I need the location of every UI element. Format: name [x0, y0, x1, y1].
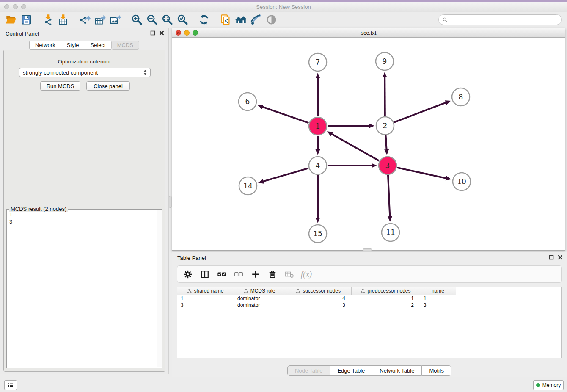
tab-node-table[interactable]: Node Table [287, 365, 330, 376]
export-network-button[interactable] [77, 13, 92, 27]
cell-predecessor-nodes[interactable]: 1 [352, 295, 420, 302]
toolbar-separator [74, 13, 74, 27]
import-table-icon [58, 14, 69, 25]
open-session-icon [6, 14, 17, 25]
edge-2-9[interactable] [385, 77, 385, 116]
tab-style[interactable]: Style [61, 41, 85, 50]
node-table[interactable]: shared nameMCDS rolesuccessor nodesprede… [177, 287, 562, 358]
cell-name[interactable]: 3 [420, 302, 456, 309]
cell-successor-nodes[interactable]: 4 [285, 295, 352, 302]
edge-4-14[interactable] [263, 168, 308, 182]
column-header-successor-nodes[interactable]: successor nodes [285, 287, 352, 295]
search-box[interactable] [438, 14, 562, 25]
result-scrollbar[interactable] [157, 210, 162, 367]
unselect-all-columns-button[interactable] [233, 269, 244, 280]
zoom-out-button[interactable] [144, 13, 160, 27]
export-table-button[interactable] [92, 13, 107, 27]
column-header-shared-name[interactable]: shared name [177, 287, 234, 295]
edge-arrowhead [384, 149, 389, 155]
edge-1-2[interactable] [328, 126, 370, 126]
import-network-icon [42, 14, 54, 25]
delete-columns-icon [268, 270, 277, 279]
run-mcds-button[interactable]: Run MCDS [40, 81, 80, 91]
memory-label: Memory [542, 382, 561, 388]
cell-shared-name[interactable]: 1 [177, 295, 234, 302]
import-network-button[interactable] [40, 13, 55, 27]
cybrowser-home-icon [235, 14, 247, 25]
table-panel-title: Table Panel [177, 255, 206, 261]
network-canvas[interactable]: 7968124314101511 [172, 38, 565, 250]
mcds-result-node: 1 [9, 211, 157, 218]
column-header-name[interactable]: name [420, 287, 456, 295]
tab-edge-table[interactable]: Edge Table [330, 365, 372, 376]
network-window-titlebar[interactable]: ✕ − + scc.txt [172, 28, 565, 38]
export-table-icon [94, 14, 106, 25]
zoom-fit-button[interactable] [160, 13, 175, 27]
import-table-button[interactable] [55, 13, 71, 27]
tab-network[interactable]: Network [29, 41, 61, 50]
status-bar: Memory [0, 377, 567, 392]
edge-arrowhead [369, 124, 374, 128]
edge-3-10[interactable] [397, 168, 446, 178]
column-tree-icon [187, 289, 192, 293]
column-header-predecessor-nodes[interactable]: predecessor nodes [352, 287, 420, 295]
cell-MCDS-role[interactable]: dominator [234, 295, 285, 302]
delete-table-icon [285, 270, 294, 279]
control-panel-tabs: NetworkStyleSelectMCDS [0, 41, 168, 50]
open-session-button[interactable] [3, 13, 19, 27]
network-window-title: scc.txt [172, 30, 565, 36]
cell-MCDS-role[interactable]: dominator [234, 302, 285, 309]
float-panel-icon[interactable] [150, 30, 155, 36]
column-header-MCDS-role[interactable]: MCDS role [234, 287, 285, 295]
add-column-button[interactable] [250, 269, 261, 280]
cell-predecessor-nodes[interactable]: 2 [352, 302, 420, 309]
tab-network-table[interactable]: Network Table [372, 365, 421, 376]
table-options-button[interactable] [182, 269, 193, 280]
cybrowser-home-button[interactable] [233, 13, 248, 27]
zoom-selected-button[interactable] [175, 13, 190, 27]
table-panel-tabs: Node TableEdge TableNetwork TableMotifs [172, 365, 567, 376]
apply-style-button[interactable] [248, 13, 264, 27]
refresh-layout-button[interactable] [196, 13, 212, 27]
search-icon [442, 17, 448, 23]
select-all-columns-button[interactable] [216, 269, 227, 280]
zoom-in-button[interactable] [129, 13, 144, 27]
edge-arrowhead [316, 218, 320, 223]
export-image-button[interactable] [107, 13, 123, 27]
new-network-from-selection-button[interactable] [218, 13, 233, 27]
tab-motifs[interactable]: Motifs [421, 365, 451, 376]
edge-2-8[interactable] [394, 102, 447, 122]
vertical-splitter-handle[interactable] [169, 196, 172, 208]
table-row[interactable]: 1dominator411 [177, 295, 456, 302]
edge-1-6[interactable] [262, 107, 308, 123]
close-panel-icon[interactable] [159, 30, 164, 36]
task-history-button[interactable] [4, 380, 17, 390]
tab-select[interactable]: Select [85, 41, 111, 50]
delete-columns-button[interactable] [267, 269, 278, 280]
function-builder-button: f(x) [301, 269, 312, 280]
show-hide-panel-button[interactable] [264, 13, 279, 27]
mcds-result-node: 3 [9, 218, 157, 225]
table-options-icon [183, 270, 193, 279]
horizontal-splitter-handle[interactable] [363, 248, 372, 251]
tab-mcds[interactable]: MCDS [111, 41, 139, 50]
save-session-button[interactable] [19, 13, 34, 27]
cell-successor-nodes[interactable]: 3 [285, 302, 352, 309]
toolbar-separator [126, 13, 126, 27]
network-view-window: ✕ − + scc.txt 7968124314101511 [172, 28, 565, 251]
cell-name[interactable]: 1 [420, 295, 456, 302]
cell-shared-name[interactable]: 3 [177, 302, 234, 309]
dropdown-stepper-icon [143, 70, 147, 75]
optimization-criterion-select[interactable]: strongly connected component [19, 68, 151, 77]
close-panel-button[interactable]: Close panel [86, 81, 130, 91]
search-input[interactable] [448, 16, 561, 24]
edge-3-1[interactable] [331, 134, 379, 161]
edge-2-3[interactable] [385, 135, 386, 150]
mcds-result-box: MCDS result (2 nodes) 13 [6, 209, 162, 368]
show-column-panel-button[interactable] [199, 269, 210, 280]
table-row[interactable]: 3dominator323 [177, 302, 456, 309]
float-table-panel-icon[interactable] [549, 255, 554, 260]
close-table-panel-icon[interactable] [558, 255, 563, 260]
edge-3-11[interactable] [388, 175, 390, 217]
memory-button[interactable]: Memory [533, 380, 564, 390]
